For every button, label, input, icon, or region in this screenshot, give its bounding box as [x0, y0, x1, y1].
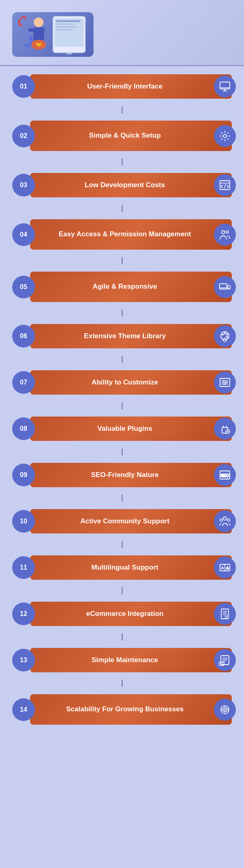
benefit-bar: Easy Access & Permission Management: [30, 219, 232, 250]
list-item: 05Agile & Responsive: [12, 272, 232, 302]
number-badge: 12: [12, 602, 35, 625]
svg-rect-1: [54, 18, 84, 47]
benefit-bar: Low Development Costs: [30, 173, 232, 197]
people-icon: [214, 224, 236, 246]
connector-line: [12, 633, 232, 641]
header: 🤝: [0, 0, 244, 66]
benefit-label: User-Friendly Interface: [87, 82, 162, 91]
number-badge: 11: [12, 556, 35, 579]
list-item: 11Multilingual SupportAあ: [12, 555, 232, 580]
benefit-label: Active Community Support: [80, 517, 169, 526]
connector-line: [12, 448, 232, 456]
svg-point-39: [224, 383, 225, 385]
connector-line: [12, 587, 232, 594]
sliders-icon: [214, 371, 236, 393]
list-item: 12eCommerce Integration: [12, 602, 232, 626]
svg-point-49: [223, 517, 227, 520]
svg-point-30: [224, 333, 226, 334]
svg-point-21: [222, 231, 225, 234]
svg-rect-23: [220, 284, 227, 289]
svg-point-37: [223, 380, 224, 382]
svg-point-51: [227, 519, 230, 521]
svg-rect-2: [56, 20, 81, 22]
benefit-label: Valuable Plugins: [97, 424, 152, 433]
svg-text:A: A: [222, 566, 224, 569]
connector-line: [12, 402, 232, 409]
connector-line: [12, 257, 232, 264]
svg-rect-25: [228, 285, 230, 289]
svg-point-31: [227, 334, 228, 335]
screen-icon: [214, 76, 236, 97]
list-item: 08Valuable Plugins: [12, 417, 232, 441]
list-item: 06Extensive Theme Library: [12, 324, 232, 348]
devices-icon: [214, 276, 236, 298]
list-item: 10Active Community Support: [12, 509, 232, 533]
number-badge: 09: [12, 464, 35, 486]
connector-line: [12, 106, 232, 113]
benefit-bar: Extensive Theme Library: [30, 324, 232, 348]
svg-rect-10: [39, 28, 45, 32]
benefit-label: eCommerce Integration: [86, 609, 163, 618]
svg-rect-4: [56, 26, 76, 28]
benefit-bar: Simple & Quick Setup: [30, 121, 232, 151]
svg-rect-18: [220, 181, 230, 190]
ecommerce-icon: [214, 603, 236, 625]
benefit-bar: eCommerce Integration: [30, 602, 232, 626]
svg-point-50: [220, 519, 222, 521]
connector-line: [12, 205, 232, 212]
number-badge: 03: [12, 174, 35, 196]
number-badge: 01: [12, 75, 35, 98]
connector-line: [12, 356, 232, 363]
list-item: 03Low Development Costs: [12, 173, 232, 197]
number-badge: 04: [12, 223, 35, 246]
benefit-label: Extensive Theme Library: [84, 332, 166, 341]
number-badge: 06: [12, 325, 35, 348]
benefit-label: Agile & Responsive: [93, 282, 157, 291]
connector-line: [12, 680, 232, 687]
benefit-label: Easy Access & Permission Management: [59, 230, 191, 239]
number-badge: 02: [12, 125, 35, 147]
svg-point-48: [227, 477, 230, 479]
svg-rect-3: [56, 24, 74, 25]
svg-rect-5: [56, 29, 72, 30]
benefit-bar: Valuable Plugins: [30, 417, 232, 441]
header-illustration: 🤝: [12, 12, 94, 57]
seo-icon: SEO: [214, 464, 236, 486]
number-badge: 10: [12, 510, 35, 533]
svg-text:🤝: 🤝: [36, 41, 42, 48]
benefit-label: Low Development Costs: [85, 181, 165, 190]
benefit-bar: Simple Maintenance: [30, 648, 232, 672]
connector-line: [12, 541, 232, 548]
list-item: 13Simple Maintenance: [12, 648, 232, 672]
svg-point-22: [226, 231, 229, 233]
scalability-icon: [214, 699, 236, 721]
benefit-label: SEO-Friendly Nature: [91, 471, 159, 479]
plugin-icon: [214, 418, 236, 440]
benefit-bar: User-Friendly Interface: [30, 74, 232, 99]
benefit-list: 01User-Friendly Interface02Simple & Quic…: [0, 66, 244, 733]
connector-line: [12, 309, 232, 317]
code-icon: [214, 174, 236, 196]
number-badge: 05: [12, 276, 35, 298]
list-item: 04Easy Access & Permission Management: [12, 219, 232, 250]
benefit-label: Simple & Quick Setup: [89, 131, 161, 140]
benefit-bar: SEO-Friendly NatureSEO: [30, 463, 232, 487]
svg-point-32: [227, 337, 228, 338]
list-item: 14Scalability For Growing Businesses: [12, 694, 232, 725]
palette-icon: [214, 325, 236, 347]
svg-point-68: [221, 663, 222, 665]
svg-text:あ: あ: [226, 566, 229, 570]
benefit-label: Multilingual Support: [92, 563, 158, 572]
svg-rect-6: [66, 53, 72, 54]
community-icon: [214, 510, 236, 532]
svg-point-38: [225, 382, 227, 383]
svg-line-20: [224, 184, 226, 188]
number-badge: 08: [12, 417, 35, 440]
benefit-bar: Multilingual SupportAあ: [30, 555, 232, 580]
svg-rect-9: [28, 28, 34, 32]
connector-line: [12, 494, 232, 502]
benefit-bar: Scalability For Growing Businesses: [30, 694, 232, 725]
benefit-label: Scalability For Growing Businesses: [66, 705, 183, 714]
list-item: 07Ability to Customize: [12, 370, 232, 395]
multilingual-icon: Aあ: [214, 557, 236, 579]
